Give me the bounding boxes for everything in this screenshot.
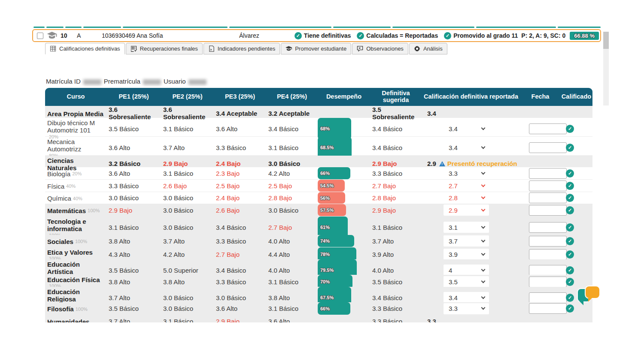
- reported-grade-value: 3.3: [449, 170, 458, 177]
- reported-grade-value: 3.9: [449, 251, 458, 258]
- course-name: Mecanica Automotrizz: [47, 138, 105, 153]
- check-circle-icon: ✓: [444, 32, 451, 39]
- scrollbar-thumb[interactable]: [603, 32, 609, 49]
- table-row: Física 40% 3.3 Básico 2.6 Bajo 2.5 Bajo …: [45, 180, 592, 192]
- reported-grade-select[interactable]: 3.7: [444, 235, 489, 247]
- gear-icon: [414, 45, 420, 52]
- performance-percent: 78%: [318, 252, 330, 257]
- tab-observaciones[interactable]: Observaciones: [352, 43, 408, 54]
- header-curso: Curso: [45, 93, 106, 100]
- table-row: Mecanica Automotrizz 80% 3.6 Alto 3.7 Al…: [45, 137, 592, 156]
- pe4-grade: 3.1 Básico: [266, 137, 318, 158]
- reported-grade-select[interactable]: 3.4: [444, 123, 489, 134]
- tab-analisis[interactable]: Análisis: [409, 43, 447, 54]
- performance-percent: 61%: [318, 225, 330, 230]
- calificado-check-icon: ✓: [566, 223, 574, 232]
- usuario-id-blurred: [188, 79, 207, 85]
- student-checkbox[interactable]: [37, 33, 43, 39]
- calificado-check-icon: ✓: [566, 266, 574, 274]
- course-name: Dibujo técnico M Automotriz 101: [47, 119, 105, 134]
- pe1-grade: 3.5 Básico: [106, 118, 161, 139]
- usuario-label: Usuario: [164, 78, 186, 85]
- table-row: Educación Artística 100% 3.5 Básico 5.0 …: [45, 259, 592, 275]
- performance-bar: 68%: [318, 118, 351, 139]
- matricula-label: Matrícula ID: [46, 78, 81, 85]
- calificado-check-icon: ✓: [566, 237, 574, 245]
- prematricula-label: Prematrícula: [104, 78, 140, 85]
- chat-widget-button[interactable]: [577, 286, 602, 308]
- course-name: Química: [47, 195, 71, 202]
- header-desempeno: Desempeño: [318, 93, 370, 100]
- reported-grade-select[interactable]: 2.8: [444, 193, 489, 204]
- pe2-grade: 3.7 Alto: [161, 235, 214, 247]
- student-id-name: 1036930469 Ana Sofía: [102, 32, 239, 39]
- reported-grade-value: 3.7: [449, 238, 458, 245]
- reported-grade-value: 3.4: [449, 125, 458, 132]
- grade-number: 10: [61, 32, 77, 39]
- chevron-down-icon: [481, 279, 486, 283]
- course-name: Educación Física: [47, 276, 100, 283]
- performance-bar: 68.5%: [318, 137, 352, 158]
- reported-grade-select[interactable]: 3.3: [444, 168, 489, 179]
- pe3-grade: 3.3 Básico: [214, 137, 266, 158]
- graduation-cap-icon: [47, 32, 57, 39]
- course-name: Tecnologia e informatica: [47, 218, 105, 233]
- chat-bubble-orange-icon: [585, 286, 600, 299]
- chevron-down-icon: [481, 170, 486, 175]
- prematricula-id-blurred: [143, 79, 161, 85]
- definitiva-sugerida: 2.9 Bajo: [370, 204, 422, 216]
- header-pe2: PE2 (25%): [161, 93, 214, 100]
- table-row: Humanidades 3.7 Alto 3.1 Básico 2.9 Bajo…: [45, 315, 592, 322]
- table-header: Curso PE1 (25%) PE2 (25%) PE3 (25%) PE4 …: [45, 88, 592, 106]
- definitiva-sugerida: 2.8 Bajo: [370, 192, 422, 204]
- chevron-down-icon: [481, 295, 486, 299]
- performance-percent: 67.5%: [318, 295, 334, 300]
- definitiva-sugerida: 3.3 Básico: [370, 315, 422, 322]
- calificado-check-icon: ✓: [566, 169, 574, 178]
- reported-grade-value: 3.1: [449, 224, 458, 231]
- reported-grade-select[interactable]: 2.7: [444, 180, 489, 191]
- student-row[interactable]: 10 A 1036930469 Ana Sofía Álvarez ✓ Tien…: [32, 29, 601, 42]
- chevron-down-icon: [481, 238, 486, 242]
- reported-grade-select[interactable]: 3.9: [444, 249, 489, 260]
- chevron-down-icon: [481, 251, 486, 256]
- reported-grade-select[interactable]: 3.4: [444, 292, 489, 303]
- reported-grade-select[interactable]: 2.9: [444, 205, 489, 216]
- performance-percent: 57.5%: [318, 208, 334, 213]
- table-row: Educación Religiosa 100% 3.7 Alto 3.0 Bá…: [45, 287, 592, 302]
- pe2-grade: 3.0 Básico: [161, 204, 214, 216]
- pe1-grade: 2.9 Bajo: [106, 204, 161, 216]
- pe1-grade: 3.7 Alto: [106, 315, 161, 322]
- scrollbar-track[interactable]: [603, 32, 609, 105]
- pe4-grade: 2.5 Bajo: [266, 180, 318, 192]
- pe4-grade: 4.0 Alto: [266, 235, 318, 247]
- reported-grade-select[interactable]: 3.1: [444, 222, 489, 233]
- reported-grade-value: 3.5: [449, 278, 458, 286]
- matricula-id-blurred: [83, 79, 101, 85]
- tab-promover-estudiante[interactable]: Promover estudiante: [281, 43, 351, 54]
- reported-grade-select[interactable]: 4: [444, 265, 489, 276]
- pe4-grade: 4.2 Alto: [266, 167, 318, 179]
- reported-grade-select[interactable]: 3.4: [444, 142, 489, 153]
- reported-grade-select[interactable]: 3.3: [444, 303, 489, 314]
- tab-calificaciones-definitivas[interactable]: Calificaciones definitivas: [45, 43, 125, 54]
- definitiva-sugerida: 3.7 Alto: [370, 235, 422, 247]
- row-top-separators: [0, 27, 644, 28]
- performance-percent: 56%: [318, 196, 330, 201]
- chevron-down-icon: [481, 207, 486, 211]
- definitiva-sugerida: 2.7 Bajo: [370, 180, 422, 192]
- table-row: Ciencias Naturales 3.2 Básico 2.9 Bajo 2…: [45, 156, 592, 167]
- performance-percent: 79.5%: [318, 268, 334, 273]
- group-letter: A: [77, 32, 102, 39]
- chevron-down-icon: [481, 195, 486, 199]
- pe3-grade: 2.5 Bajo: [214, 180, 266, 192]
- course-name: Educación Religiosa: [47, 288, 105, 303]
- reported-grade-select[interactable]: 3.5: [444, 276, 489, 287]
- performance-percent: 68.5%: [318, 145, 334, 150]
- course-name: Educación Artística: [47, 261, 105, 276]
- tab-recuperaciones-finales[interactable]: Recuperaciones finales: [126, 43, 203, 54]
- table-row: Matemáticas 100% 2.9 Bajo 3.0 Básico 2.6…: [45, 204, 592, 217]
- course-weight: 20%: [72, 171, 82, 177]
- calificado-check-icon: ✓: [566, 304, 574, 313]
- tab-indicadores-pendientes[interactable]: Indicadores pendientes: [204, 43, 280, 54]
